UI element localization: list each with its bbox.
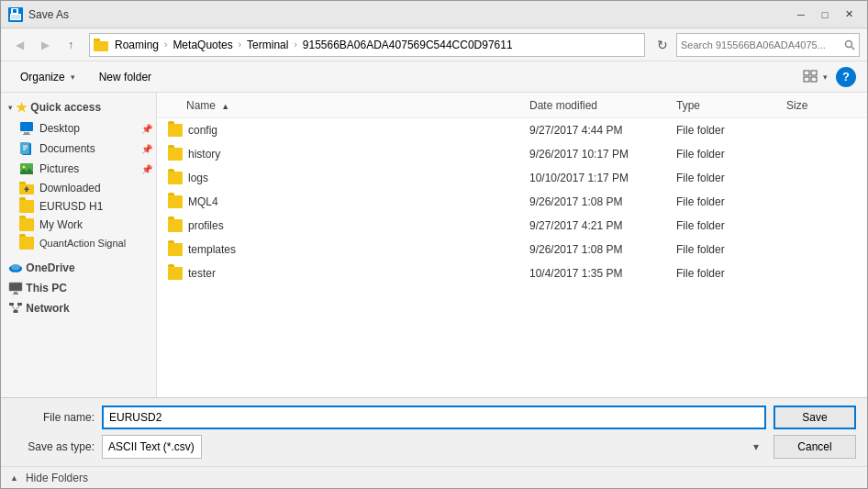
crumb-roaming[interactable]: Roaming	[112, 38, 161, 52]
svg-rect-14	[24, 132, 29, 134]
up-button[interactable]: ↑	[60, 34, 82, 56]
search-icon	[844, 39, 855, 50]
network-label: Network	[26, 302, 69, 315]
folder-nav-icon	[94, 39, 108, 51]
row-name: profiles	[188, 219, 224, 232]
svg-rect-36	[14, 310, 18, 313]
sidebar-item-documents[interactable]: Documents 📌	[1, 139, 156, 159]
col-header-name[interactable]: Name ▲	[164, 99, 529, 112]
toolbar: Organize ▾ New folder ▾ ?	[1, 61, 867, 93]
crumb-guid[interactable]: 915566BA06ADA407569C544CC0D97611	[300, 38, 516, 52]
status-bar: ▲ Hide Folders	[1, 466, 867, 488]
col-header-type[interactable]: Type	[676, 99, 786, 112]
crumb-metaquotes[interactable]: MetaQuotes	[170, 38, 235, 52]
close-button[interactable]: ✕	[838, 6, 860, 24]
sidebar-pictures-label: Pictures	[39, 162, 79, 175]
forward-button[interactable]: ▶	[34, 34, 56, 56]
maximize-button[interactable]: □	[814, 6, 836, 24]
sidebar-item-mywork[interactable]: My Work	[1, 216, 156, 234]
sidebar-item-downloaded[interactable]: Downloaded	[1, 179, 156, 197]
hide-folders-chevron: ▲	[10, 473, 18, 483]
save-as-type-wrapper[interactable]: ASCII Text (*.csv)	[102, 435, 766, 459]
table-row[interactable]: history 9/26/2017 10:17 PM File folder	[157, 142, 867, 166]
nav-bar: ◀ ▶ ↑ Roaming › MetaQuotes › Terminal › …	[1, 28, 867, 61]
row-date: 9/26/2017 10:17 PM	[529, 148, 676, 161]
network-header[interactable]: Network	[1, 298, 156, 318]
minimize-button[interactable]: ─	[790, 6, 812, 24]
table-row[interactable]: config 9/27/2017 4:44 PM File folder	[157, 118, 867, 142]
row-folder-icon	[168, 243, 183, 256]
pin-icon-pictures: 📌	[141, 164, 152, 174]
row-type: File folder	[676, 148, 786, 161]
col-header-size[interactable]: Size	[786, 99, 860, 112]
col-header-date[interactable]: Date modified	[529, 99, 676, 112]
onedrive-header[interactable]: OneDrive	[1, 258, 156, 278]
table-row[interactable]: tester 10/4/2017 1:35 PM File folder	[157, 261, 867, 285]
save-button[interactable]: Save	[773, 406, 856, 429]
sidebar-documents-label: Documents	[39, 142, 95, 155]
title-bar: Save As ─ □ ✕	[1, 1, 867, 28]
svg-rect-25	[19, 182, 26, 184]
search-input[interactable]	[681, 39, 844, 50]
file-name-input[interactable]	[102, 406, 766, 429]
new-folder-button[interactable]: New folder	[91, 65, 160, 89]
refresh-button[interactable]: ↻	[652, 35, 673, 55]
table-row[interactable]: MQL4 9/26/2017 1:08 PM File folder	[157, 190, 867, 214]
row-type: File folder	[676, 172, 786, 184]
row-folder-icon	[168, 148, 183, 161]
bottom-bar: File name: Save Save as type: ASCII Text…	[1, 397, 867, 466]
view-grid-icon	[803, 70, 818, 84]
sidebar-eurusd-label: EURUSD H1	[39, 200, 103, 213]
address-bar[interactable]: Roaming › MetaQuotes › Terminal › 915566…	[89, 33, 645, 57]
svg-rect-2	[13, 9, 17, 13]
row-date: 9/26/2017 1:08 PM	[529, 195, 676, 208]
thispc-header[interactable]: This PC	[1, 278, 156, 298]
filetype-row: Save as type: ASCII Text (*.csv) Cancel	[12, 435, 856, 459]
svg-point-22	[23, 166, 26, 169]
sidebar-item-quantaction[interactable]: QuantAction Signal	[1, 234, 156, 252]
sidebar-quantaction-label: QuantAction Signal	[39, 238, 126, 249]
row-type: File folder	[676, 243, 786, 256]
row-name: logs	[188, 172, 208, 184]
pin-icon-documents: 📌	[141, 144, 152, 154]
row-type: File folder	[676, 195, 786, 208]
table-row[interactable]: templates 9/26/2017 1:08 PM File folder	[157, 238, 867, 261]
title-bar-left: Save As	[8, 7, 69, 22]
sidebar-item-pictures[interactable]: Pictures 📌	[1, 159, 156, 179]
back-button[interactable]: ◀	[8, 34, 30, 56]
svg-rect-33	[13, 294, 18, 295]
sidebar-item-eurusd[interactable]: EURUSD H1	[1, 197, 156, 216]
sidebar-item-desktop[interactable]: Desktop 📌	[1, 118, 156, 139]
quick-access-label: Quick access	[30, 101, 101, 114]
organize-button[interactable]: Organize ▾	[12, 65, 83, 89]
table-row[interactable]: profiles 9/27/2017 4:21 PM File folder	[157, 214, 867, 238]
onedrive-label: OneDrive	[26, 261, 74, 274]
file-rows-container: config 9/27/2017 4:44 PM File folder his…	[157, 118, 867, 285]
help-button[interactable]: ?	[836, 67, 856, 87]
svg-rect-12	[811, 77, 817, 82]
row-date: 9/27/2017 4:21 PM	[529, 219, 676, 232]
svg-rect-23	[20, 172, 33, 174]
row-folder-icon	[168, 195, 183, 208]
sidebar: ▾ ★ Quick access Desktop 📌	[1, 93, 157, 397]
eurusd-folder-icon	[19, 200, 34, 213]
search-box[interactable]	[676, 33, 860, 57]
documents-icon	[19, 141, 34, 156]
svg-rect-5	[94, 41, 108, 51]
crumb-terminal[interactable]: Terminal	[244, 38, 291, 52]
quick-access-header[interactable]: ▾ ★ Quick access	[1, 96, 156, 118]
cancel-button[interactable]: Cancel	[773, 435, 856, 459]
desktop-icon	[19, 121, 34, 136]
window-icon	[8, 7, 23, 22]
filename-row: File name: Save	[12, 406, 856, 429]
table-row[interactable]: logs 10/10/2017 1:17 PM File folder	[157, 166, 867, 190]
title-bar-controls: ─ □ ✕	[790, 6, 860, 24]
hide-folders-label[interactable]: Hide Folders	[26, 472, 88, 484]
file-name-label: File name:	[12, 411, 95, 424]
save-as-type-select[interactable]: ASCII Text (*.csv)	[102, 435, 202, 459]
svg-point-29	[11, 264, 20, 270]
row-folder-icon	[168, 124, 183, 137]
network-icon	[8, 302, 23, 315]
view-options-button[interactable]: ▾	[798, 65, 832, 89]
svg-rect-15	[23, 134, 30, 135]
